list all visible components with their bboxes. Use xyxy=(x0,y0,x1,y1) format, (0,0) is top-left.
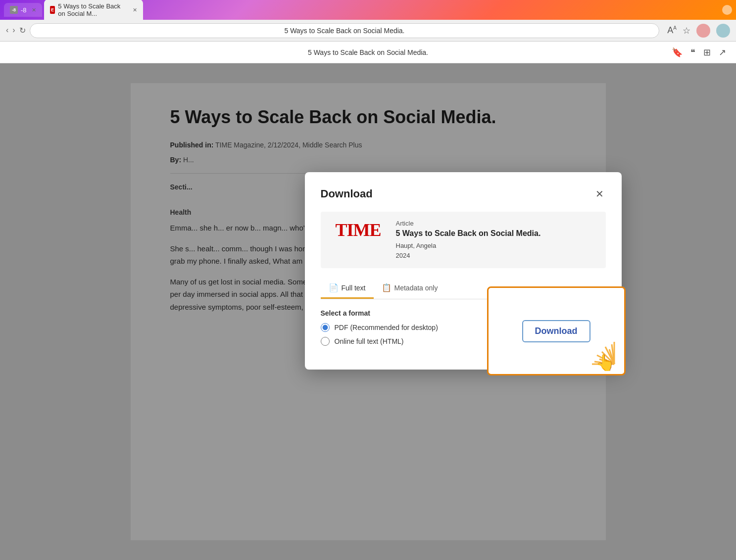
tab-active-label: 5 Ways to Scale Back on Social M... xyxy=(58,2,127,17)
bookmark-star-icon[interactable]: ☆ xyxy=(683,25,690,36)
download-modal: Download ✕ TIME Article 5 Ways to Scale … xyxy=(305,172,622,370)
reader-toolbar-title: 5 Ways to Scale Back on Social Media. xyxy=(308,48,428,56)
tab-inactive[interactable]: -8 -8 ✕ xyxy=(4,3,42,17)
format-html-label: Online full text (HTML) xyxy=(335,337,404,345)
fulltext-icon: 📄 xyxy=(329,283,339,292)
main-content: 5 Ways to Scale Back on Social Media. Pu… xyxy=(0,63,736,560)
tab-close-active[interactable]: ✕ xyxy=(133,7,137,13)
format-pdf-label: PDF (Recommended for desktop) xyxy=(335,324,438,331)
preview-type: Article xyxy=(396,220,598,227)
tab-favicon-active: E xyxy=(50,6,55,14)
article-preview: TIME Article 5 Ways to Scale Back on Soc… xyxy=(321,212,606,268)
avatar-profile1[interactable] xyxy=(696,24,710,38)
article-preview-info: Article 5 Ways to Scale Back on Social M… xyxy=(396,220,598,260)
address-bar[interactable]: 5 Ways to Scale Back on Social Media. xyxy=(30,23,660,38)
add-icon[interactable]: ⊞ xyxy=(703,47,711,58)
cursor-hand-icon: 👆 xyxy=(595,353,615,372)
modal-header: Download ✕ xyxy=(321,186,606,202)
time-logo: TIME xyxy=(329,220,388,240)
browser-chrome: -8 -8 ✕ E 5 Ways to Scale Back on Social… xyxy=(0,0,736,20)
modal-close-button[interactable]: ✕ xyxy=(593,186,606,202)
metadata-icon: 📋 xyxy=(382,283,392,292)
tab-fulltext[interactable]: 📄 Full text xyxy=(321,278,374,299)
reader-toolbar: 5 Ways to Scale Back on Social Media. 🔖 … xyxy=(0,42,736,63)
refresh-button[interactable]: ↻ xyxy=(19,26,26,35)
tab-inactive-label: -8 xyxy=(21,6,27,14)
address-bar-icons: AA ☆ xyxy=(667,24,730,38)
tab-metadata[interactable]: 📋 Metadata only xyxy=(374,278,446,299)
bookmark-icon[interactable]: 🔖 xyxy=(672,47,683,58)
back-button[interactable]: ‹ xyxy=(6,26,8,35)
new-tab-button[interactable] xyxy=(722,5,732,15)
cite-icon[interactable]: ❝ xyxy=(690,47,695,58)
preview-article-title: 5 Ways to Scale Back on Social Media. xyxy=(396,229,598,238)
format-html-radio[interactable] xyxy=(321,337,330,346)
preview-year: 2024 xyxy=(396,251,598,261)
tab-close-inactive[interactable]: ✕ xyxy=(32,7,36,13)
font-size-icon[interactable]: AA xyxy=(667,25,677,36)
modal-title: Download xyxy=(321,187,373,200)
preview-author: Haupt, Angela xyxy=(396,241,598,251)
metadata-label: Metadata only xyxy=(394,284,438,292)
format-pdf-radio[interactable] xyxy=(321,323,330,332)
address-bar-row: ‹ › ↻ 5 Ways to Scale Back on Social Med… xyxy=(0,20,736,42)
share-icon[interactable]: ↗ xyxy=(719,47,726,58)
fulltext-label: Full text xyxy=(342,284,366,292)
tab-favicon-inactive: -8 xyxy=(10,6,18,14)
download-highlight-box: Download 👆 xyxy=(487,286,626,375)
reader-actions: 🔖 ❝ ⊞ ↗ xyxy=(672,47,726,58)
download-button[interactable]: Download xyxy=(522,320,590,342)
forward-button[interactable]: › xyxy=(12,26,15,35)
tab-active[interactable]: E 5 Ways to Scale Back on Social M... ✕ xyxy=(44,0,143,20)
avatar-profile2[interactable] xyxy=(716,24,730,38)
